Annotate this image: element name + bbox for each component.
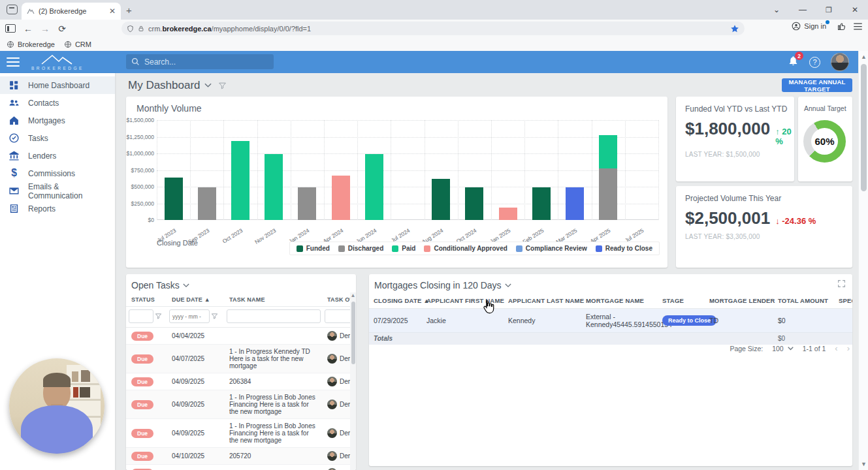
task-name-filter-input[interactable] bbox=[227, 309, 321, 323]
bookmark-star-icon[interactable] bbox=[730, 24, 739, 33]
search-input[interactable] bbox=[144, 57, 255, 67]
mortgages-title[interactable]: Mortgages Closing in 120 Days bbox=[369, 274, 852, 294]
scroll-down-icon[interactable]: ▼ bbox=[859, 461, 868, 467]
chevron-down-icon[interactable] bbox=[204, 83, 212, 88]
task-name-cell: 1 - In Progress Lin Bob Jones Financing … bbox=[224, 390, 322, 418]
new-tab-button[interactable]: + bbox=[126, 5, 132, 16]
mortgages-column-header[interactable]: APPLICANT LAST NAME bbox=[504, 294, 581, 309]
signin-notification-dot bbox=[826, 20, 829, 24]
task-row[interactable]: Due04/07/20251 - In Progress Kennedy TD … bbox=[126, 345, 356, 373]
page-scrollbar[interactable]: ▲ ▼ bbox=[858, 51, 868, 470]
tasks-column-header[interactable]: STATUS bbox=[126, 294, 167, 307]
user-avatar[interactable] bbox=[831, 53, 849, 71]
commissions-icon: $ bbox=[8, 168, 20, 179]
chart-bar-ready-to-close[interactable] bbox=[566, 187, 584, 220]
url-bar[interactable]: crm.brokeredge.ca/myapphome/display/0/0/… bbox=[121, 22, 745, 35]
window-close-button[interactable]: ✕ bbox=[842, 0, 868, 20]
sidebar-item-lenders[interactable]: Lenders bbox=[0, 147, 115, 164]
brokeredge-logo[interactable]: BROKEREDGE bbox=[31, 54, 82, 70]
sidebar-item-commissions[interactable]: $Commissions bbox=[0, 164, 115, 182]
chart-bar-paid[interactable] bbox=[599, 135, 617, 168]
task-row[interactable]: Due04/14/2025ChecklistDemo U bbox=[126, 465, 356, 470]
scrollbar-thumb[interactable] bbox=[861, 64, 867, 191]
chart-bar-discharged[interactable] bbox=[198, 187, 216, 220]
sidebar-item-emails-communication[interactable]: Emails & Communication bbox=[0, 182, 115, 200]
signin-label: Sign in bbox=[804, 22, 826, 30]
chart-bar-paid[interactable] bbox=[265, 154, 283, 220]
sidebar-item-contacts[interactable]: Contacts bbox=[0, 94, 115, 112]
annual-target-percent: 60% bbox=[814, 136, 834, 147]
task-row[interactable]: Due04/09/20251 - In Progress Lin Bob Jon… bbox=[126, 419, 356, 448]
legend-item: Compliance Review bbox=[516, 245, 587, 252]
due-date-filter-input[interactable] bbox=[169, 309, 210, 323]
scroll-up-icon[interactable]: ▲ bbox=[859, 54, 868, 60]
sidebar-item-reports[interactable]: Reports bbox=[0, 200, 115, 217]
status-filter-icon[interactable] bbox=[155, 313, 162, 320]
open-tasks-title[interactable]: Open Tasks bbox=[126, 274, 356, 294]
chart-bar-paid[interactable] bbox=[365, 154, 383, 220]
chart-bar-discharged[interactable] bbox=[599, 168, 617, 220]
due-date-filter-icon[interactable] bbox=[211, 313, 218, 320]
tab-actions-icon[interactable] bbox=[7, 5, 18, 14]
chart-bar-conditionally-approved[interactable] bbox=[332, 176, 350, 220]
page-title[interactable]: My Dashboard bbox=[128, 79, 201, 92]
mortgages-column-header[interactable]: MORTGAGE LENDER bbox=[705, 294, 773, 309]
due-badge: Due bbox=[131, 429, 153, 438]
hamburger-menu-icon[interactable] bbox=[7, 55, 20, 69]
y-axis-tick: $1,500,000 bbox=[126, 117, 154, 123]
scroll-up-icon[interactable]: ▲ bbox=[350, 292, 356, 298]
bookmark-item[interactable]: CRM bbox=[64, 40, 91, 48]
task-row[interactable]: Due04/09/20251 - In Progress Lin Bob Jon… bbox=[126, 390, 356, 419]
sidebar-item-mortgages[interactable]: Mortgages bbox=[0, 112, 115, 129]
window-minimize-button[interactable]: — bbox=[790, 0, 816, 20]
contacts-icon bbox=[8, 97, 20, 108]
task-due-cell: 04/09/2025 bbox=[167, 398, 224, 411]
manage-annual-target-button[interactable]: MANAGE ANNUAL TARGET bbox=[782, 78, 852, 92]
dashboard-filter-icon[interactable] bbox=[218, 82, 227, 90]
tasks-column-header[interactable]: TASK NAME bbox=[224, 294, 322, 307]
page-size-select[interactable]: 100 bbox=[772, 345, 794, 352]
chart-bar-funded[interactable] bbox=[165, 178, 183, 220]
prev-page-button[interactable]: ‹ bbox=[835, 343, 837, 353]
task-row[interactable]: Due04/10/2025205720Demo U bbox=[126, 448, 356, 465]
pagination: Page Size: 100 1-1 of 1 ‹ › bbox=[730, 343, 850, 353]
notification-badge: 2 bbox=[795, 52, 803, 60]
chart-bar-funded[interactable] bbox=[432, 179, 450, 220]
thumbs-up-icon[interactable] bbox=[837, 22, 846, 31]
bookmark-item[interactable]: Brokeredge bbox=[7, 40, 55, 48]
annual-target-card: Annual Target 60% bbox=[798, 97, 852, 181]
browser-menu-icon[interactable] bbox=[853, 22, 863, 31]
browser-tab[interactable]: (2) Brokeredge ✕ bbox=[22, 3, 121, 20]
mortgages-column-header[interactable]: TOTAL AMOUNT bbox=[773, 294, 834, 309]
tab-close-icon[interactable]: ✕ bbox=[109, 7, 116, 16]
global-search[interactable] bbox=[126, 54, 274, 69]
sidebar-item-home-dashboard[interactable]: Home Dashboard bbox=[0, 76, 115, 94]
chart-bar-funded[interactable] bbox=[465, 187, 483, 220]
back-button[interactable]: ← bbox=[20, 24, 37, 34]
tasks-column-header[interactable]: DUE DATE ▲ bbox=[167, 294, 224, 307]
status-filter-input[interactable] bbox=[129, 309, 153, 323]
task-row[interactable]: Due04/04/2025Demo U bbox=[126, 328, 356, 345]
mortgages-column-header[interactable]: CLOSING DATE ▲ bbox=[369, 294, 422, 309]
notifications-button[interactable]: 2 bbox=[788, 55, 799, 69]
sidebar-item-tasks[interactable]: Tasks bbox=[0, 129, 115, 147]
tab-search-icon[interactable]: ⌄ bbox=[764, 0, 790, 20]
chart-bar-discharged[interactable] bbox=[298, 187, 316, 220]
mortgages-column-header[interactable]: STAGE bbox=[658, 294, 705, 309]
task-row[interactable]: Due04/09/2025206384Demo U bbox=[126, 373, 356, 390]
chart-bar-conditionally-approved[interactable] bbox=[499, 208, 517, 220]
mortgage-row[interactable]: 07/29/2025JackieKennedyExternal - Kenned… bbox=[369, 309, 852, 333]
browser-sidebar-icon[interactable] bbox=[5, 24, 16, 33]
mortgages-column-header[interactable]: MORTGAGE NAME bbox=[581, 294, 658, 309]
chart-bar-funded[interactable] bbox=[532, 187, 551, 220]
window-restore-button[interactable]: ❐ bbox=[816, 0, 842, 20]
reload-button[interactable]: ⟳ bbox=[54, 24, 71, 34]
forward-button[interactable]: → bbox=[37, 24, 54, 34]
signin-button[interactable]: Sign in bbox=[788, 20, 830, 32]
help-button[interactable]: ? bbox=[809, 57, 820, 68]
mortgages-column-header[interactable]: SPECI bbox=[834, 294, 852, 309]
next-page-button[interactable]: › bbox=[847, 343, 850, 353]
tasks-scrollbar[interactable]: ▲ bbox=[350, 292, 356, 470]
chart-bar-paid[interactable] bbox=[231, 141, 249, 220]
expand-icon[interactable] bbox=[837, 279, 846, 288]
